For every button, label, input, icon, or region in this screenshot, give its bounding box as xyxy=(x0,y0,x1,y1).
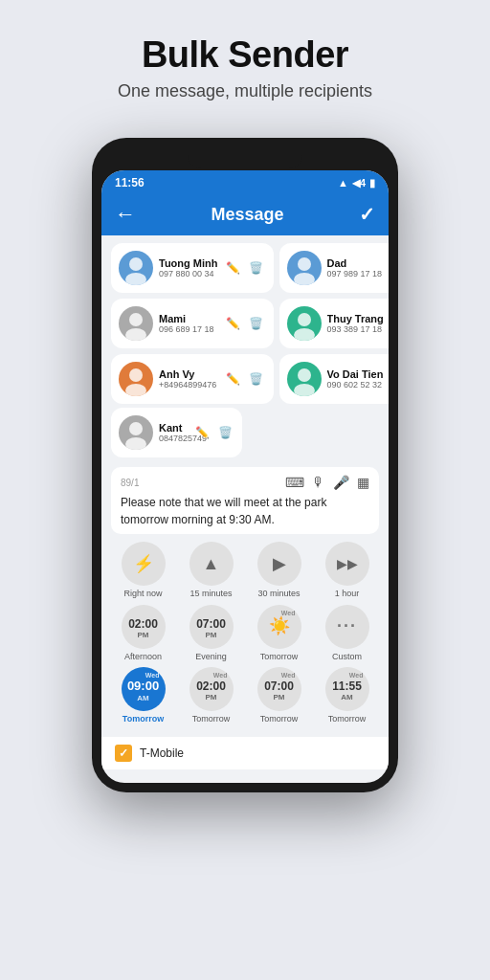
contact-name: Anh Vy xyxy=(159,368,218,380)
sched-selected-1[interactable]: Wed 09:00 AM Tomorrow xyxy=(111,667,175,724)
svg-point-3 xyxy=(294,273,315,285)
schedule-row2: 02:00 PM Afternoon 07:00 PM Evening Wed xyxy=(111,605,379,661)
status-icons: ▲ ◀4 ▮ xyxy=(338,177,375,189)
contact-card: Anh Vy +84964899476 ✏️ 🗑️ xyxy=(111,354,274,404)
signal-icon: ◀4 xyxy=(352,177,366,189)
avatar xyxy=(119,362,153,396)
svg-point-0 xyxy=(129,257,143,271)
phone-screen: 11:56 ▲ ◀4 ▮ ← Message ✓ Tuong Minh 097 … xyxy=(101,170,389,783)
edit-icon[interactable]: ✏️ xyxy=(224,369,243,389)
battery-icon: ▮ xyxy=(369,177,375,189)
svg-point-10 xyxy=(298,368,311,382)
sched-afternoon[interactable]: 02:00 PM Afternoon xyxy=(111,605,175,661)
svg-point-5 xyxy=(125,328,146,341)
custom-circle: ··· xyxy=(325,605,369,649)
delete-icon[interactable]: 🗑️ xyxy=(247,258,266,278)
bottom-bar: ✓ T-Mobile xyxy=(101,737,389,769)
phone-notch xyxy=(188,147,302,168)
sched-evening[interactable]: 07:00 PM Evening xyxy=(179,605,243,661)
sched-selected-3[interactable]: Wed 07:00 PM Tomorrow xyxy=(247,667,311,724)
page-title: Message xyxy=(211,205,283,225)
svg-point-6 xyxy=(298,313,311,326)
afternoon-circle: 02:00 PM xyxy=(122,605,166,649)
sched-selected-4[interactable]: Wed 11:55 AM Tomorrow xyxy=(315,667,379,724)
schedule-row3: Wed 09:00 AM Tomorrow Wed 02:00 PM Tomor… xyxy=(111,667,379,724)
contact-name: Thuy Trang xyxy=(327,313,384,324)
carrier-label: T-Mobile xyxy=(140,746,184,760)
status-bar: 11:56 ▲ ◀4 ▮ xyxy=(101,170,389,193)
edit-icon[interactable]: ✏️ xyxy=(224,314,243,333)
contact-name: Tuong Minh xyxy=(159,257,218,269)
avatar xyxy=(119,306,153,341)
wifi-icon: ▲ xyxy=(338,177,348,189)
contact-card: Mami 096 689 17 18 ✏️ 🗑️ xyxy=(111,299,274,348)
selected-1-circle: Wed 09:00 AM xyxy=(122,667,166,711)
selected-1-label: Tomorrow xyxy=(122,714,164,724)
contacts-grid: Tuong Minh 097 880 00 34 ✏️ 🗑️ Dad 097 9… xyxy=(101,235,389,408)
grid-icon[interactable]: ▦ xyxy=(357,475,369,490)
voice-icon[interactable]: 🎙 xyxy=(312,475,325,490)
selected-3-circle: Wed 07:00 PM xyxy=(257,667,301,711)
message-text[interactable]: Please note that we will meet at the par… xyxy=(121,494,369,528)
svg-point-11 xyxy=(294,384,315,396)
header-section: Bulk Sender One message, multiple recipi… xyxy=(0,0,490,121)
svg-point-12 xyxy=(129,422,143,435)
sched-selected-2[interactable]: Wed 02:00 PM Tomorrow xyxy=(179,667,243,724)
contact-info: Dad 097 989 17 18 xyxy=(327,257,384,278)
selected-4-circle: Wed 11:55 AM xyxy=(325,667,369,711)
quick-option-right-now[interactable]: ⚡ Right now xyxy=(111,542,175,599)
custom-label: Custom xyxy=(332,652,362,661)
quick-option-30min[interactable]: ▶ 30 minutes xyxy=(247,542,311,599)
contact-phone: 090 602 52 32 xyxy=(327,380,384,390)
contact-info: Kant 0847825749 xyxy=(159,422,187,443)
delete-icon[interactable]: 🗑️ xyxy=(247,314,266,333)
tomorrow-label: Tomorrow xyxy=(260,652,299,661)
message-area: 89/1 ⌨ 🎙 🎤 ▦ Please note that we will me… xyxy=(111,467,379,534)
edit-icon[interactable]: ✏️ xyxy=(192,423,212,442)
message-toolbar: ⌨ 🎙 🎤 ▦ xyxy=(285,475,369,490)
quick-option-1hour[interactable]: ▶▶ 1 hour xyxy=(315,542,379,599)
right-now-label: Right now xyxy=(123,589,162,599)
delete-icon[interactable]: 🗑️ xyxy=(215,423,234,442)
svg-point-13 xyxy=(125,437,146,450)
edit-icon[interactable]: ✏️ xyxy=(224,258,243,278)
contact-info: Vo Dai Tien 090 602 52 32 xyxy=(327,368,384,390)
avatar xyxy=(287,251,322,285)
svg-point-1 xyxy=(125,273,146,285)
svg-point-4 xyxy=(129,313,143,326)
carrier-checkbox[interactable]: ✓ xyxy=(115,745,132,762)
single-contact-row: Kant 0847825749 ✏️ 🗑️ xyxy=(101,408,389,461)
1hour-label: 1 hour xyxy=(335,589,360,599)
contact-card: Vo Dai Tien 090 602 52 32 ✏️ 🗑️ xyxy=(279,354,390,404)
avatar xyxy=(119,251,153,285)
delete-icon[interactable]: 🗑️ xyxy=(247,369,266,389)
avatar xyxy=(287,306,322,341)
message-counter: 89/1 ⌨ 🎙 🎤 ▦ xyxy=(121,475,369,490)
avatar xyxy=(287,362,322,396)
contact-info: Tuong Minh 097 880 00 34 xyxy=(159,257,218,278)
mic-icon[interactable]: 🎤 xyxy=(333,475,349,490)
svg-point-2 xyxy=(298,257,311,271)
quick-option-15min[interactable]: ▲ 15 minutes xyxy=(179,542,243,599)
back-button[interactable]: ← xyxy=(115,204,136,225)
contact-phone: +84964899476 xyxy=(159,380,218,390)
sched-custom[interactable]: ··· Custom xyxy=(315,605,379,661)
contact-info: Mami 096 689 17 18 xyxy=(159,313,218,334)
contact-card: Kant 0847825749 ✏️ 🗑️ xyxy=(111,408,242,457)
keyboard-icon[interactable]: ⌨ xyxy=(285,475,304,490)
sched-tomorrow[interactable]: Wed ☀️ Tomorrow xyxy=(247,605,311,661)
30min-circle: ▶ xyxy=(257,542,301,586)
contact-phone: 097 880 00 34 xyxy=(159,269,218,278)
contact-name: Mami xyxy=(159,313,218,324)
confirm-button[interactable]: ✓ xyxy=(359,203,375,226)
phone-wrapper: 11:56 ▲ ◀4 ▮ ← Message ✓ Tuong Minh 097 … xyxy=(92,138,398,792)
30min-label: 30 minutes xyxy=(257,589,300,599)
15min-circle: ▲ xyxy=(189,542,234,586)
subtitle: One message, multiple recipients xyxy=(19,81,471,101)
svg-point-9 xyxy=(125,384,146,396)
selected-2-circle: Wed 02:00 PM xyxy=(189,667,234,711)
15min-label: 15 minutes xyxy=(189,589,232,599)
contact-phone: 097 989 17 18 xyxy=(327,269,384,278)
selected-3-label: Tomorrow xyxy=(260,714,299,724)
contact-info: Thuy Trang 093 389 17 18 xyxy=(327,313,384,334)
